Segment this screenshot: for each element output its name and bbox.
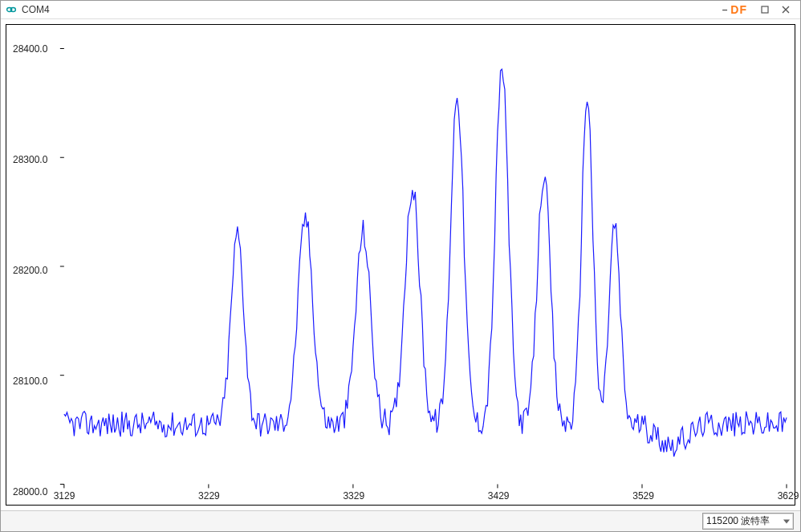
- serial-plotter-window: COM4 – DF 28000.028100.028200.028300.028…: [0, 0, 801, 532]
- y-axis-labels: 28000.028100.028200.028300.028400.0: [13, 25, 61, 505]
- x-tick-label: 3429: [488, 490, 510, 502]
- baud-rate-value: 115200 波特率: [706, 515, 770, 526]
- close-button[interactable]: [776, 2, 795, 17]
- x-axis-labels: 312932293329342935293629: [6, 490, 795, 502]
- line-plot: [6, 25, 795, 505]
- y-tick-label: 28400.0: [13, 43, 47, 55]
- x-tick-label: 3129: [54, 490, 75, 502]
- plot-frame: 28000.028100.028200.028300.028400.0 3129…: [6, 24, 795, 506]
- x-tick-label: 3229: [198, 490, 220, 502]
- y-tick-label: 28300.0: [13, 154, 47, 165]
- x-tick-label: 3529: [632, 490, 654, 502]
- titlebar: COM4 – DF: [1, 1, 800, 19]
- y-tick-label: 28200.0: [13, 265, 47, 276]
- statusbar: 115200 波特率: [1, 510, 800, 531]
- x-tick-label: 3329: [343, 490, 364, 502]
- chart-area: 28000.028100.028200.028300.028400.0 3129…: [1, 19, 800, 510]
- arduino-icon: [6, 4, 17, 15]
- maximize-button[interactable]: [755, 2, 775, 17]
- baud-rate-select[interactable]: 115200 波特率: [702, 513, 794, 530]
- x-tick-label: 3629: [778, 490, 799, 502]
- window-title: COM4: [22, 4, 50, 15]
- svg-rect-2: [762, 6, 768, 13]
- df-logo: DF: [730, 3, 747, 16]
- y-tick-label: 28100.0: [13, 376, 47, 387]
- minimize-dash: –: [722, 4, 728, 15]
